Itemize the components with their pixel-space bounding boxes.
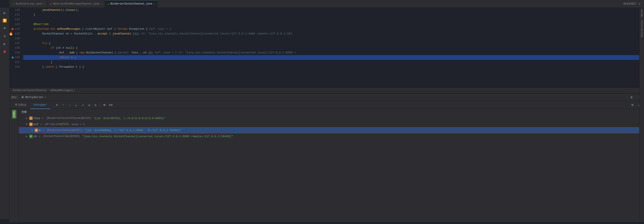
maven-label[interactable]: Maven [640,8,643,18]
tab-label-2: AbstractNioMessageChannel.java [53,2,100,5]
debug-tool-list[interactable]: ≡≡ [108,102,114,108]
tab-icon-2: ☕ [50,2,52,5]
right-panel-buttons: Maven RestServices [639,8,644,219]
line-num-142: 142 [10,17,20,22]
debug-title-label: 调试: [11,95,18,99]
tab-icon-1: ☕ [13,2,14,5]
line-num-151: 151 [10,60,20,65]
sidebar-play-icon[interactable]: ▶ [1,41,8,47]
debug-tab-debugger-label: Debugger [34,103,47,106]
sidebar-breakpoints-icon[interactable]: ⚑ [1,25,8,32]
var-name-ch: ch [34,135,37,138]
line-num-143: 143 [10,22,20,27]
top-right-bar: 阅读器模式 ✔ [623,2,644,6]
var-name-this: this [34,117,40,120]
code-line-142 [23,17,641,22]
tab-nioeventloop[interactable]: ☕ NioEventLoop.java ✕ [10,0,48,8]
debug-tool-step-over[interactable]: ↓ [67,102,73,108]
var-row-buf[interactable]: ▼ b buf = {ArrayList@1529} size = 1 [19,121,644,127]
debug-tool-layout[interactable]: ≡ [54,102,60,108]
rest-services-label[interactable]: RestServices [640,18,643,39]
tab-bar: ☕ NioEventLoop.java ✕ ☕ AbstractNioMessa… [10,0,644,8]
tab-label-1: NioEventLoop.java [16,2,42,5]
var-type-this: {NioServerSocketChannel@1410} [46,117,91,120]
debug-tab-console[interactable]: 🖥 控制台 [11,101,30,109]
var-row-ch[interactable]: ▶ c ch = {SocketChannelImpl@1583} "java.… [19,133,644,139]
var-value-buf: size = 1 [71,123,85,126]
debug-session[interactable]: 🖥 NettyServer ✕ [21,96,46,99]
line-num-146: 146 [10,36,20,41]
debug-tool-step-out[interactable]: ↗ [80,102,86,108]
sidebar-settings-icon[interactable]: ⚙ [1,33,8,40]
code-line-146 [23,36,641,41]
debug-panel: 调试: 🖥 NettyServer ✕ ⚙ − 🖥 控制台 Debugger ≡ [10,93,644,222]
tab-close-3[interactable]: ✕ [154,3,155,5]
var-icon-buf: b [29,123,33,126]
editor-area: 140 141 142 143 144 🔥 145 [10,8,644,87]
var-value-this: "[id: 0x3c38f252, L:/0:0:0:0:0:0:0:0:808… [93,117,165,120]
line-num-144: 144 [10,27,20,32]
var-name-buf: buf [34,123,38,126]
code-line-141: } [23,13,641,17]
var-expand-0[interactable]: ▼ [30,129,34,132]
reader-mode-label[interactable]: 阅读器模式 [623,2,636,6]
debug-tool-up[interactable]: ↑ [60,102,66,108]
code-line-143: @Override [23,22,641,27]
debug-header: 调试: 🖥 NettyServer ✕ ⚙ − [10,93,644,101]
debug-tool-evaluate[interactable]: ↻ [92,102,98,108]
var-type-buf: {ArrayList@1529} [44,123,69,126]
var-row-this[interactable]: ▶ t this = {NioServerSocketChannel@1410}… [19,115,644,121]
debug-toolbar-separator [100,103,100,107]
sidebar-step-over-icon[interactable]: ⏬ [1,17,8,24]
breadcrumb-separator: › [48,89,49,92]
var-value-ch: "java.nio.channels.SocketChannel[connect… [82,135,233,138]
line-num-152: 152 [10,65,20,69]
code-line-148: if (ch ≠ null) { [23,46,641,50]
tab-close-2[interactable]: ✕ [101,2,102,5]
debug-session-name: NettyServer [25,96,44,99]
debug-tool-grid[interactable]: ⊞ [101,102,107,108]
breakpoint-dot-144[interactable] [12,28,14,30]
line-num-150: 150 [10,55,20,60]
code-content: javaChannel().close(); } @Override prote… [23,8,641,87]
debug-tab-console-label: 控制台 [18,103,27,107]
variables-panel: ▶ t this = {NioServerSocketChannel@1410}… [19,115,644,222]
debug-tool-run-cursor[interactable]: ↺ [86,102,92,108]
var-expand-this[interactable]: ▶ [25,117,28,120]
var-name-0: 0 [39,129,41,132]
debug-run-button[interactable]: doRe [12,110,16,119]
var-expand-buf[interactable]: ▼ [25,123,28,126]
breadcrumb-bar: NioServerSocketChannel › doReadMessages(… [10,87,644,93]
tab-label-3: NioServerSocketChannel.java [110,2,152,5]
line-num-141: 141 [10,13,20,17]
line-num-145: 🔥 145 [10,32,20,36]
var-icon-0: 0 [34,129,38,132]
code-line-152: } catch ( Throwable t ) { [23,65,641,69]
code-line-149: buf . add ( new NioSocketChannel ( paren… [23,50,641,55]
tab-icon-3: ☕ [108,2,109,6]
var-expand-ch[interactable]: ▶ [25,135,28,138]
debug-settings-icon[interactable]: ⚙ [628,94,634,100]
line-num-140: 140 [10,8,20,13]
debug-tab-bar: 🖥 控制台 Debugger ≡ ↑ ↓ ↙ ↗ ↺ ↻ ⊞ ≡≡ ⊟ ⤢ [10,101,644,109]
sidebar-run-icon[interactable]: ▶ [1,10,8,16]
line-num-147: 147 [10,41,20,46]
checkmark-icon: ✔ [639,2,640,6]
debug-tool-step-into[interactable]: ↙ [73,102,79,108]
sidebar-stop-icon[interactable]: ⏹ [1,48,8,55]
debug-tab-debugger[interactable]: Debugger [30,101,50,109]
code-line-140: javaChannel().close(); [23,8,641,13]
var-type-ch: {SocketChannelImpl@1583} [43,135,80,138]
code-line-147: try { [23,41,641,46]
var-row-0[interactable]: ▼ 0 0 = {NioSocketChannel@1597} "[id: 0x… [19,127,644,133]
code-line-145: SocketChannel ch = SocketUtils . accept … [23,32,641,36]
tab-close-1[interactable]: ✕ [44,2,45,5]
debug-right-layout[interactable]: ⊟ [630,102,636,108]
line-num-148: 148 [10,46,20,50]
tab-nioserversocketchannel[interactable]: ☕ NioServerSocketChannel.java ✕ [105,0,158,8]
code-line-150: return 1 ; [23,55,641,60]
variables-section-label: 变量 [19,109,644,115]
code-line-151: } [23,60,641,65]
tab-abstractniomessagechannel[interactable]: ☕ AbstractNioMessageChannel.java ✕ [48,0,105,8]
var-type-0: {NioSocketChannel@1597} [47,129,82,132]
